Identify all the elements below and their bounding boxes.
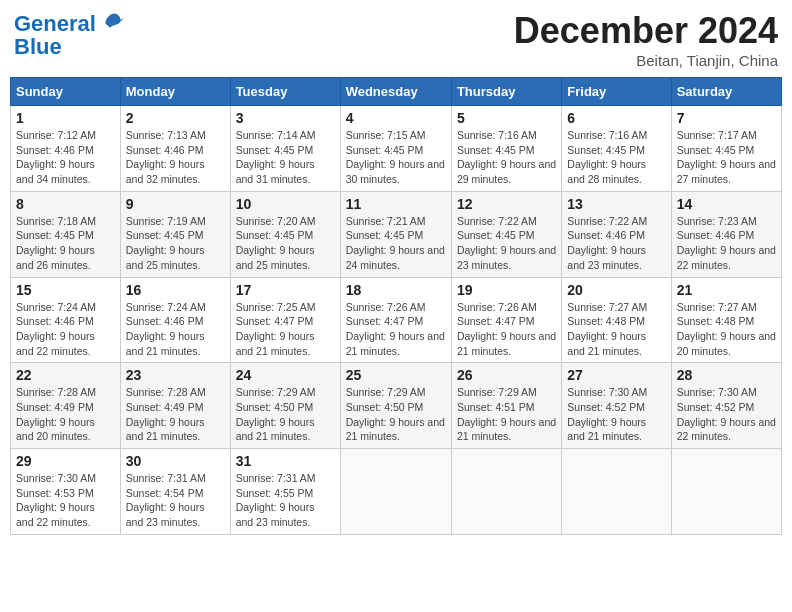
day-number: 6 bbox=[567, 110, 665, 126]
day-info: Sunrise: 7:29 AM Sunset: 4:50 PM Dayligh… bbox=[236, 385, 335, 444]
day-info: Sunrise: 7:22 AM Sunset: 4:45 PM Dayligh… bbox=[457, 214, 556, 273]
day-info: Sunrise: 7:30 AM Sunset: 4:52 PM Dayligh… bbox=[677, 385, 776, 444]
day-number: 7 bbox=[677, 110, 776, 126]
day-info: Sunrise: 7:21 AM Sunset: 4:45 PM Dayligh… bbox=[346, 214, 446, 273]
day-number: 28 bbox=[677, 367, 776, 383]
calendar-cell: 29 Sunrise: 7:30 AM Sunset: 4:53 PM Dayl… bbox=[11, 449, 121, 535]
calendar-cell: 20 Sunrise: 7:27 AM Sunset: 4:48 PM Dayl… bbox=[562, 277, 671, 363]
weekday-header-sunday: Sunday bbox=[11, 78, 121, 106]
calendar-cell: 25 Sunrise: 7:29 AM Sunset: 4:50 PM Dayl… bbox=[340, 363, 451, 449]
calendar-cell: 13 Sunrise: 7:22 AM Sunset: 4:46 PM Dayl… bbox=[562, 191, 671, 277]
calendar-cell: 6 Sunrise: 7:16 AM Sunset: 4:45 PM Dayli… bbox=[562, 106, 671, 192]
calendar-cell: 2 Sunrise: 7:13 AM Sunset: 4:46 PM Dayli… bbox=[120, 106, 230, 192]
day-info: Sunrise: 7:24 AM Sunset: 4:46 PM Dayligh… bbox=[126, 300, 225, 359]
day-number: 12 bbox=[457, 196, 556, 212]
day-info: Sunrise: 7:12 AM Sunset: 4:46 PM Dayligh… bbox=[16, 128, 115, 187]
title-area: December 2024 Beitan, Tianjin, China bbox=[514, 10, 778, 69]
calendar-cell: 19 Sunrise: 7:26 AM Sunset: 4:47 PM Dayl… bbox=[451, 277, 561, 363]
day-info: Sunrise: 7:26 AM Sunset: 4:47 PM Dayligh… bbox=[346, 300, 446, 359]
day-info: Sunrise: 7:29 AM Sunset: 4:50 PM Dayligh… bbox=[346, 385, 446, 444]
logo-bird-icon bbox=[98, 10, 126, 38]
calendar-cell: 5 Sunrise: 7:16 AM Sunset: 4:45 PM Dayli… bbox=[451, 106, 561, 192]
day-info: Sunrise: 7:15 AM Sunset: 4:45 PM Dayligh… bbox=[346, 128, 446, 187]
calendar-cell: 15 Sunrise: 7:24 AM Sunset: 4:46 PM Dayl… bbox=[11, 277, 121, 363]
calendar-cell: 17 Sunrise: 7:25 AM Sunset: 4:47 PM Dayl… bbox=[230, 277, 340, 363]
day-number: 27 bbox=[567, 367, 665, 383]
calendar-cell: 16 Sunrise: 7:24 AM Sunset: 4:46 PM Dayl… bbox=[120, 277, 230, 363]
day-number: 8 bbox=[16, 196, 115, 212]
calendar-cell: 10 Sunrise: 7:20 AM Sunset: 4:45 PM Dayl… bbox=[230, 191, 340, 277]
day-info: Sunrise: 7:26 AM Sunset: 4:47 PM Dayligh… bbox=[457, 300, 556, 359]
day-number: 30 bbox=[126, 453, 225, 469]
calendar-cell bbox=[562, 449, 671, 535]
day-number: 15 bbox=[16, 282, 115, 298]
day-info: Sunrise: 7:20 AM Sunset: 4:45 PM Dayligh… bbox=[236, 214, 335, 273]
day-info: Sunrise: 7:14 AM Sunset: 4:45 PM Dayligh… bbox=[236, 128, 335, 187]
calendar-week-4: 22 Sunrise: 7:28 AM Sunset: 4:49 PM Dayl… bbox=[11, 363, 782, 449]
calendar-cell: 27 Sunrise: 7:30 AM Sunset: 4:52 PM Dayl… bbox=[562, 363, 671, 449]
calendar-week-3: 15 Sunrise: 7:24 AM Sunset: 4:46 PM Dayl… bbox=[11, 277, 782, 363]
calendar-cell bbox=[340, 449, 451, 535]
calendar-week-5: 29 Sunrise: 7:30 AM Sunset: 4:53 PM Dayl… bbox=[11, 449, 782, 535]
weekday-header-wednesday: Wednesday bbox=[340, 78, 451, 106]
weekday-header-thursday: Thursday bbox=[451, 78, 561, 106]
day-info: Sunrise: 7:13 AM Sunset: 4:46 PM Dayligh… bbox=[126, 128, 225, 187]
logo: General Blue bbox=[14, 10, 126, 60]
day-info: Sunrise: 7:25 AM Sunset: 4:47 PM Dayligh… bbox=[236, 300, 335, 359]
day-number: 3 bbox=[236, 110, 335, 126]
calendar-cell: 11 Sunrise: 7:21 AM Sunset: 4:45 PM Dayl… bbox=[340, 191, 451, 277]
day-number: 21 bbox=[677, 282, 776, 298]
day-number: 22 bbox=[16, 367, 115, 383]
day-number: 25 bbox=[346, 367, 446, 383]
calendar-cell: 4 Sunrise: 7:15 AM Sunset: 4:45 PM Dayli… bbox=[340, 106, 451, 192]
day-number: 20 bbox=[567, 282, 665, 298]
weekday-header-saturday: Saturday bbox=[671, 78, 781, 106]
day-number: 17 bbox=[236, 282, 335, 298]
day-number: 19 bbox=[457, 282, 556, 298]
calendar-cell: 7 Sunrise: 7:17 AM Sunset: 4:45 PM Dayli… bbox=[671, 106, 781, 192]
month-title: December 2024 bbox=[514, 10, 778, 52]
weekday-header-friday: Friday bbox=[562, 78, 671, 106]
day-number: 14 bbox=[677, 196, 776, 212]
day-number: 16 bbox=[126, 282, 225, 298]
day-info: Sunrise: 7:23 AM Sunset: 4:46 PM Dayligh… bbox=[677, 214, 776, 273]
day-info: Sunrise: 7:31 AM Sunset: 4:54 PM Dayligh… bbox=[126, 471, 225, 530]
day-number: 24 bbox=[236, 367, 335, 383]
day-number: 5 bbox=[457, 110, 556, 126]
calendar-cell bbox=[451, 449, 561, 535]
day-info: Sunrise: 7:16 AM Sunset: 4:45 PM Dayligh… bbox=[567, 128, 665, 187]
calendar-cell: 14 Sunrise: 7:23 AM Sunset: 4:46 PM Dayl… bbox=[671, 191, 781, 277]
day-info: Sunrise: 7:27 AM Sunset: 4:48 PM Dayligh… bbox=[677, 300, 776, 359]
day-number: 23 bbox=[126, 367, 225, 383]
calendar-cell: 21 Sunrise: 7:27 AM Sunset: 4:48 PM Dayl… bbox=[671, 277, 781, 363]
day-info: Sunrise: 7:30 AM Sunset: 4:52 PM Dayligh… bbox=[567, 385, 665, 444]
day-info: Sunrise: 7:27 AM Sunset: 4:48 PM Dayligh… bbox=[567, 300, 665, 359]
day-number: 29 bbox=[16, 453, 115, 469]
day-info: Sunrise: 7:22 AM Sunset: 4:46 PM Dayligh… bbox=[567, 214, 665, 273]
calendar-cell: 30 Sunrise: 7:31 AM Sunset: 4:54 PM Dayl… bbox=[120, 449, 230, 535]
day-number: 26 bbox=[457, 367, 556, 383]
calendar-cell: 26 Sunrise: 7:29 AM Sunset: 4:51 PM Dayl… bbox=[451, 363, 561, 449]
calendar-cell: 3 Sunrise: 7:14 AM Sunset: 4:45 PM Dayli… bbox=[230, 106, 340, 192]
day-info: Sunrise: 7:30 AM Sunset: 4:53 PM Dayligh… bbox=[16, 471, 115, 530]
calendar-cell: 1 Sunrise: 7:12 AM Sunset: 4:46 PM Dayli… bbox=[11, 106, 121, 192]
logo-blue: Blue bbox=[14, 34, 62, 60]
day-number: 1 bbox=[16, 110, 115, 126]
calendar-cell: 22 Sunrise: 7:28 AM Sunset: 4:49 PM Dayl… bbox=[11, 363, 121, 449]
calendar-cell: 8 Sunrise: 7:18 AM Sunset: 4:45 PM Dayli… bbox=[11, 191, 121, 277]
calendar-week-1: 1 Sunrise: 7:12 AM Sunset: 4:46 PM Dayli… bbox=[11, 106, 782, 192]
day-info: Sunrise: 7:28 AM Sunset: 4:49 PM Dayligh… bbox=[126, 385, 225, 444]
day-number: 11 bbox=[346, 196, 446, 212]
day-info: Sunrise: 7:31 AM Sunset: 4:55 PM Dayligh… bbox=[236, 471, 335, 530]
calendar-week-2: 8 Sunrise: 7:18 AM Sunset: 4:45 PM Dayli… bbox=[11, 191, 782, 277]
calendar-cell: 31 Sunrise: 7:31 AM Sunset: 4:55 PM Dayl… bbox=[230, 449, 340, 535]
calendar-table: SundayMondayTuesdayWednesdayThursdayFrid… bbox=[10, 77, 782, 535]
calendar-cell bbox=[671, 449, 781, 535]
weekday-header-monday: Monday bbox=[120, 78, 230, 106]
day-number: 31 bbox=[236, 453, 335, 469]
weekday-header-tuesday: Tuesday bbox=[230, 78, 340, 106]
day-info: Sunrise: 7:18 AM Sunset: 4:45 PM Dayligh… bbox=[16, 214, 115, 273]
calendar-cell: 24 Sunrise: 7:29 AM Sunset: 4:50 PM Dayl… bbox=[230, 363, 340, 449]
day-number: 10 bbox=[236, 196, 335, 212]
location: Beitan, Tianjin, China bbox=[514, 52, 778, 69]
